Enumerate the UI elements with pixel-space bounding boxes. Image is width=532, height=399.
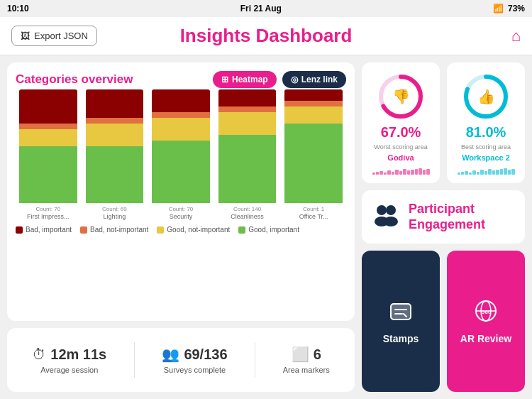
- legend-item: Bad, important: [16, 226, 72, 234]
- stamps-button[interactable]: Stamps: [362, 251, 440, 392]
- categories-card: Categories overview ⊞ Heatmap ◎ Lenz lin…: [7, 62, 355, 321]
- stat-value: 69/136: [184, 346, 227, 363]
- page-title: Insights Dashboard: [180, 25, 353, 47]
- main-content: Categories overview ⊞ Heatmap ◎ Lenz lin…: [0, 55, 532, 399]
- right-column: 👎 67.0% Worst scoring area Godiva 👍 81.0…: [362, 62, 525, 392]
- engagement-title: Participant Engagement: [409, 202, 485, 232]
- svg-text:360: 360: [482, 309, 492, 315]
- status-day: Fri 21 Aug: [240, 4, 282, 13]
- stat-item: ⏱ 12m 11s Average session: [32, 346, 106, 374]
- legend-item: Bad, not-important: [80, 226, 148, 234]
- stat-value: 12m 11s: [50, 346, 106, 363]
- stat-item: ⬜ 6 Area markers: [283, 346, 330, 374]
- legend-item: Good, not-important: [157, 226, 230, 234]
- status-right: 📶 73%: [493, 4, 525, 13]
- categories-btn-group: ⊞ Heatmap ◎ Lenz link: [213, 71, 346, 88]
- bar-group: Count: 70First Impress...: [19, 89, 77, 222]
- header: 🖼 Export JSON Insights Dashboard ⌂: [0, 17, 532, 55]
- svg-point-4: [377, 205, 387, 215]
- battery-level: 73%: [508, 4, 525, 13]
- chart-legend: Bad, importantBad, not-importantGood, no…: [16, 226, 346, 234]
- best-score-name: Workspace 2: [462, 153, 510, 162]
- stat-icon: ⬜: [292, 346, 309, 363]
- lenz-icon: ◎: [291, 75, 298, 84]
- best-score-desc: Best scoring area: [461, 143, 511, 151]
- best-sparkline: [458, 166, 515, 175]
- worst-score-desc: Worst scoring area: [374, 143, 427, 151]
- legend-item: Good, important: [238, 226, 299, 234]
- ar-review-icon: 360: [473, 298, 499, 329]
- export-json-button[interactable]: 🖼 Export JSON: [11, 26, 97, 46]
- svg-point-5: [386, 205, 396, 215]
- categories-title: Categories overview: [16, 72, 133, 87]
- worst-score-name: Godiva: [387, 153, 414, 162]
- bar-chart: Count: 70First Impress...Count: 69Lighti…: [16, 94, 346, 222]
- worst-donut: 👎: [376, 72, 426, 121]
- bar-group: Count: 70Security: [152, 89, 210, 222]
- ar-review-button[interactable]: 360 AR Review: [447, 251, 525, 392]
- worst-sparkline: [372, 166, 430, 175]
- best-score-card: 👍 81.0% Best scoring area Workspace 2: [447, 62, 525, 183]
- best-donut: 👍: [461, 72, 511, 121]
- left-column: Categories overview ⊞ Heatmap ◎ Lenz lin…: [7, 62, 355, 392]
- stat-item: 👥 69/136 Surveys complete: [162, 346, 227, 374]
- bar-group: Count: 140Cleanliness: [218, 89, 277, 222]
- engagement-card: Participant Engagement: [362, 190, 525, 244]
- export-btn-label: Export JSON: [34, 31, 88, 41]
- status-bar: 10:10 Fri 21 Aug 📶 73%: [0, 0, 532, 17]
- engagement-icon: [372, 202, 400, 233]
- stat-label: Area markers: [283, 366, 330, 374]
- home-icon[interactable]: ⌂: [511, 27, 521, 45]
- action-row: Stamps 360 AR Review: [362, 251, 525, 392]
- stats-card: ⏱ 12m 11s Average session 👥 69/136 Surve…: [7, 328, 355, 392]
- stat-icon: ⏱: [32, 346, 46, 363]
- lenz-link-button[interactable]: ◎ Lenz link: [282, 71, 346, 88]
- heatmap-icon: ⊞: [221, 75, 228, 84]
- stat-icon: 👥: [162, 346, 179, 363]
- heatmap-button[interactable]: ⊞ Heatmap: [213, 71, 277, 88]
- ar-review-label: AR Review: [460, 333, 511, 344]
- export-icon: 🖼: [21, 31, 30, 41]
- status-time: 10:10: [7, 4, 29, 13]
- stat-label: Average session: [40, 366, 98, 374]
- bar-group: Count: 1Office Tr...: [284, 89, 343, 222]
- stamps-icon: [388, 298, 414, 329]
- worst-score-percent: 67.0%: [381, 124, 421, 141]
- stat-value: 6: [314, 346, 321, 363]
- svg-point-7: [384, 217, 398, 226]
- worst-score-icon: 👎: [392, 88, 410, 105]
- heatmap-label: Heatmap: [232, 75, 268, 84]
- best-score-icon: 👍: [477, 88, 495, 105]
- wifi-icon: 📶: [493, 4, 504, 13]
- svg-rect-8: [391, 304, 411, 319]
- stat-label: Surveys complete: [164, 366, 226, 374]
- categories-header: Categories overview ⊞ Heatmap ◎ Lenz lin…: [16, 71, 346, 88]
- stamps-label: Stamps: [383, 333, 419, 344]
- best-score-percent: 81.0%: [466, 124, 506, 141]
- score-row: 👎 67.0% Worst scoring area Godiva 👍 81.0…: [362, 62, 525, 183]
- worst-score-card: 👎 67.0% Worst scoring area Godiva: [362, 62, 440, 183]
- lenz-label: Lenz link: [301, 75, 338, 84]
- bar-group: Count: 69Lighting: [86, 89, 144, 222]
